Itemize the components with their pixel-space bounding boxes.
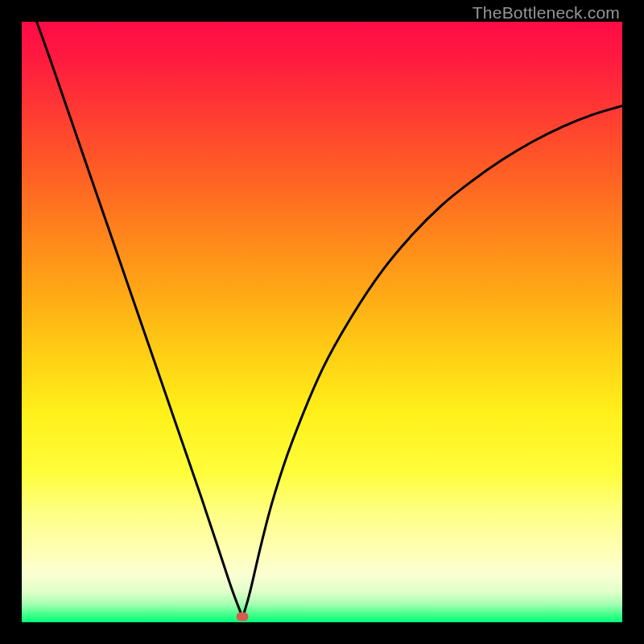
curve-left-branch (37, 22, 242, 613)
optimal-point-marker (236, 612, 248, 621)
watermark-text: TheBottleneck.com (473, 3, 620, 23)
plot-area (22, 22, 622, 622)
chart-frame: TheBottleneck.com (0, 0, 644, 644)
curve-right-branch (244, 105, 622, 613)
curve-svg (22, 22, 622, 622)
